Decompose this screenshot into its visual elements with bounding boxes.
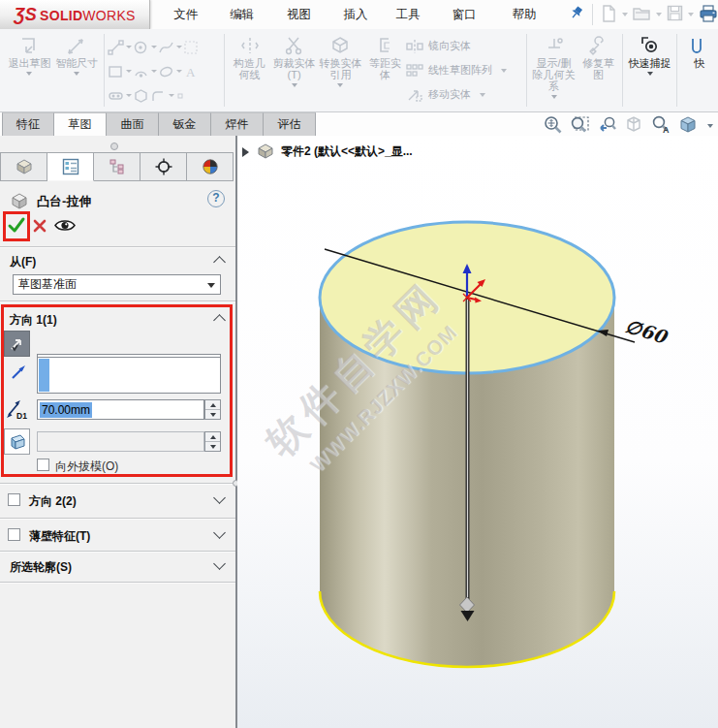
part-tree-icon xyxy=(16,158,33,175)
trim-entities-dropdown xyxy=(292,83,297,87)
draft-angle-input xyxy=(37,431,204,452)
depth-value: 70.00mm xyxy=(40,402,92,418)
fillet-tool-icon xyxy=(150,88,174,104)
arc-tool-icon xyxy=(133,64,157,79)
tree-expand-arrow-icon[interactable] xyxy=(242,147,249,157)
move-entities-label: 移动实体 xyxy=(428,87,471,102)
tree-root-label[interactable]: 零件2 (默认<<默认>_显... xyxy=(281,143,413,160)
tab-features[interactable]: 特征 xyxy=(2,112,54,136)
linear-pattern-label: 线性草图阵列 xyxy=(428,63,492,78)
thin-feature-checkbox[interactable] xyxy=(8,528,20,541)
direction1-collapse-chevron[interactable] xyxy=(213,314,226,327)
quick-sketch-icon xyxy=(690,34,709,57)
depth-input[interactable]: 70.00mm xyxy=(37,399,204,420)
thin-feature-expand-chevron[interactable] xyxy=(213,526,226,539)
spinner-down-icon[interactable] xyxy=(205,410,220,419)
pm-title: 凸台-拉伸 xyxy=(37,193,91,210)
draft-button[interactable] xyxy=(4,428,30,455)
menu-view[interactable]: 视图(V) xyxy=(277,0,334,29)
view-orientation-icon[interactable] xyxy=(678,114,699,138)
zoom-to-fit-icon[interactable] xyxy=(543,114,563,138)
menu-tools[interactable]: 工具(T) xyxy=(387,0,443,29)
heads-up-view-toolbar: A xyxy=(543,114,715,138)
print-icon[interactable] xyxy=(699,5,718,25)
save-document-dropdown xyxy=(688,13,694,16)
pm-divider xyxy=(0,301,235,302)
brand-bold: SOLID xyxy=(40,8,82,23)
new-document-icon xyxy=(601,5,617,25)
boss-extrude-icon xyxy=(9,190,30,214)
solidworks-logo: ƷSSOLIDWORKS xyxy=(0,0,150,29)
tab-surfaces[interactable]: 曲面 xyxy=(107,112,159,136)
pm-header: 凸台-拉伸 ? xyxy=(0,186,235,215)
repair-sketch-button: 修复草图 xyxy=(578,29,619,111)
convert-entities-icon xyxy=(330,34,350,57)
toolbar-separator xyxy=(224,34,225,107)
display-relations-icon xyxy=(545,34,564,57)
draft-outward-checkbox[interactable] xyxy=(37,459,49,471)
menu-edit[interactable]: 编辑(E) xyxy=(220,0,277,29)
menu-help[interactable]: 帮助(H) xyxy=(503,0,560,29)
trim-entities-icon xyxy=(285,34,304,57)
smart-dimension-icon xyxy=(66,34,87,57)
selected-contours-expand-chevron[interactable] xyxy=(213,557,226,570)
repair-sketch-label: 修复草图 xyxy=(579,57,618,80)
mirror-entities-label: 镜向实体 xyxy=(428,39,471,53)
view-toolbar-dropdown[interactable] xyxy=(707,124,713,128)
help-icon[interactable]: ? xyxy=(207,190,225,207)
line-tool-icon xyxy=(108,40,132,55)
menu-insert[interactable]: 插入(I) xyxy=(334,0,387,29)
menu-window[interactable]: 窗口(W) xyxy=(443,0,503,29)
previous-view-icon[interactable] xyxy=(597,114,617,138)
direction1-section-label: 方向 1(1) xyxy=(10,312,57,329)
display-manager-tab[interactable] xyxy=(187,152,234,181)
brand-light: WORKS xyxy=(82,8,135,23)
pin-menu-icon[interactable] xyxy=(570,6,584,23)
sketch-entity-grid: A xyxy=(108,29,221,111)
command-tab-row: 特征 草图 曲面 钣金 焊件 评估 A xyxy=(0,112,718,136)
panel-grip-handle[interactable] xyxy=(110,142,118,150)
quick-sketch-button-clipped[interactable]: 快 xyxy=(680,29,718,111)
ok-button[interactable] xyxy=(7,215,26,237)
quick-sketch-label: 快 xyxy=(694,57,704,69)
zoom-to-area-icon[interactable] xyxy=(570,114,590,138)
section-view-icon[interactable] xyxy=(624,114,644,138)
thin-feature-section-label: 薄壁特征(T) xyxy=(29,528,90,545)
linear-pattern-item: 线性草图阵列 xyxy=(406,59,523,81)
toolbar-separator xyxy=(104,34,105,107)
trim-entities-label: 剪裁实体(T) xyxy=(273,57,316,80)
cancel-button[interactable] xyxy=(33,219,47,236)
direction2-checkbox[interactable] xyxy=(8,493,20,506)
tab-sheet-metal[interactable]: 钣金 xyxy=(159,112,211,136)
open-document-dropdown xyxy=(656,13,662,16)
tab-sketch[interactable]: 草图 xyxy=(54,112,107,136)
display-relations-dropdown xyxy=(551,95,557,99)
depth-spinner[interactable] xyxy=(204,399,221,420)
from-combo[interactable]: 草图基准面 xyxy=(13,274,221,295)
diameter-dimension-text[interactable]: ∅60 xyxy=(623,315,671,348)
direction-reference-listbox[interactable] xyxy=(37,357,221,394)
view-settings-icon[interactable]: A xyxy=(651,114,671,138)
tab-evaluate[interactable]: 评估 xyxy=(264,112,316,136)
preview-eye-button[interactable] xyxy=(54,218,76,236)
exit-sketch-icon xyxy=(18,34,40,57)
model-scene[interactable]: ∅60 xyxy=(237,136,718,728)
from-collapse-chevron[interactable] xyxy=(213,256,226,269)
selected-contours-section-label: 所选轮廓(S) xyxy=(10,559,72,576)
feature-manager-tab[interactable] xyxy=(0,152,47,181)
depth-icon: D1 xyxy=(5,399,30,424)
configuration-manager-tab[interactable] xyxy=(94,152,140,181)
convert-entities-label: 转换实体引用 xyxy=(318,57,362,80)
direction2-expand-chevron[interactable] xyxy=(213,491,226,504)
menu-file[interactable]: 文件(F) xyxy=(164,0,220,29)
spinner-up-icon[interactable] xyxy=(205,400,220,410)
svg-text:A: A xyxy=(663,125,670,135)
tab-weldments[interactable]: 焊件 xyxy=(211,112,264,136)
display-delete-relations-button: 显示/删除几何关系 xyxy=(530,29,578,111)
quick-snaps-button[interactable]: 快速捕捉 xyxy=(626,29,673,111)
reverse-direction-button[interactable] xyxy=(4,331,30,357)
property-manager-tab[interactable] xyxy=(47,152,94,181)
dimxpert-manager-tab[interactable] xyxy=(140,152,187,181)
from-combo-value: 草图基准面 xyxy=(18,276,77,293)
graphics-viewport[interactable]: ∅60 xyxy=(237,136,718,728)
